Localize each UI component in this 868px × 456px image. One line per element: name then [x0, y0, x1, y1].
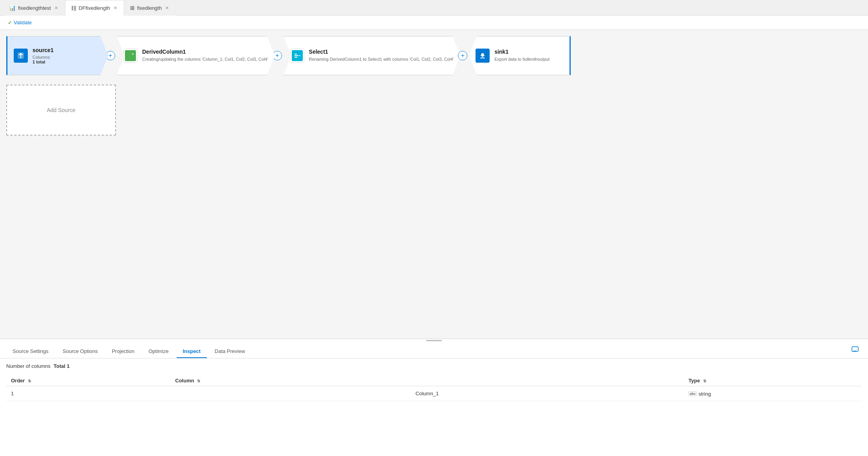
- tab-bar: 📊 fixedlengthtest ✕ ⛓ DFfixedlength ✕ ⊞ …: [0, 0, 868, 16]
- tab-label: DFfixedlength: [79, 5, 110, 11]
- pipeline: source1 Columns: 1 total + DerivedColumn…: [6, 36, 862, 75]
- svg-rect-2: [127, 56, 133, 56]
- node-select1-content: Select1 Renaming DerivedColumn1 to Selec…: [309, 49, 454, 62]
- checkmark-icon: ✓: [8, 20, 12, 25]
- canvas: source1 Columns: 1 total + DerivedColumn…: [0, 30, 868, 210]
- dataflow-icon: ⛓: [71, 5, 76, 11]
- node-source1[interactable]: source1 Columns: 1 total: [6, 36, 108, 75]
- svg-rect-8: [480, 58, 485, 58]
- node-source1-content: source1 Columns: 1 total: [33, 47, 101, 64]
- tab-label: fixedlength: [137, 5, 162, 11]
- node-select1[interactable]: Select1 Renaming DerivedColumn1 to Selec…: [284, 36, 461, 75]
- node-sink1-title: sink1: [494, 49, 563, 55]
- select-node-icon: [290, 49, 304, 63]
- tab-fixedlengthtest[interactable]: 📊 fixedlengthtest ✕: [3, 0, 65, 16]
- node-meta-label: Columns:: [33, 55, 51, 60]
- svg-rect-6: [295, 55, 298, 56]
- source-node-icon: [14, 49, 28, 63]
- table-icon: 📊: [9, 5, 16, 11]
- tab-DFfixedlength[interactable]: ⛓ DFfixedlength ✕: [65, 0, 124, 16]
- select-icon-box: [292, 50, 303, 61]
- node-meta-value: 1 total: [33, 60, 45, 64]
- node-derivedcolumn1-title: DerivedColumn1: [142, 49, 268, 55]
- toolbar: ✓ Validate: [0, 16, 868, 30]
- derived-node-icon: [123, 49, 137, 63]
- add-source-box[interactable]: Add Source: [6, 85, 116, 136]
- node-source1-title: source1: [33, 47, 101, 53]
- tab-close-DFfixedlength[interactable]: ✕: [112, 5, 118, 11]
- add-source-label: Add Source: [47, 107, 75, 113]
- validate-label: Validate: [14, 20, 32, 25]
- svg-rect-1: [127, 54, 131, 55]
- tab-close-fixedlength[interactable]: ✕: [164, 5, 170, 11]
- svg-rect-7: [295, 57, 297, 58]
- svg-rect-3: [127, 57, 130, 58]
- node-derivedcolumn1-desc: Creating/updating the columns 'Column_1,…: [142, 56, 268, 62]
- node-source1-meta: Columns: 1 total: [33, 55, 101, 64]
- node-derivedcolumn1-content: DerivedColumn1 Creating/updating the col…: [142, 49, 268, 62]
- node-sink1[interactable]: sink1 Export data to fxdlenthoutput: [469, 36, 571, 75]
- tab-label: fixedlengthtest: [18, 5, 51, 11]
- node-select1-desc: Renaming DerivedColumn1 to Select1 with …: [309, 56, 454, 62]
- grid-icon: ⊞: [130, 5, 135, 11]
- tab-close-fixedlengthtest[interactable]: ✕: [53, 5, 59, 11]
- node-sink1-desc: Export data to fxdlenthoutput: [494, 56, 563, 62]
- node-sink1-content: sink1 Export data to fxdlenthoutput: [494, 49, 563, 62]
- derived-icon-box: [125, 50, 136, 61]
- add-button-3[interactable]: +: [458, 51, 467, 60]
- node-derivedcolumn1[interactable]: DerivedColumn1 Creating/updating the col…: [117, 36, 275, 75]
- svg-rect-5: [295, 54, 297, 54]
- tab-fixedlength[interactable]: ⊞ fixedlength ✕: [124, 0, 176, 16]
- node-select1-title: Select1: [309, 49, 454, 55]
- validate-button[interactable]: ✓ Validate: [5, 18, 35, 27]
- sink-node-icon: [476, 49, 490, 63]
